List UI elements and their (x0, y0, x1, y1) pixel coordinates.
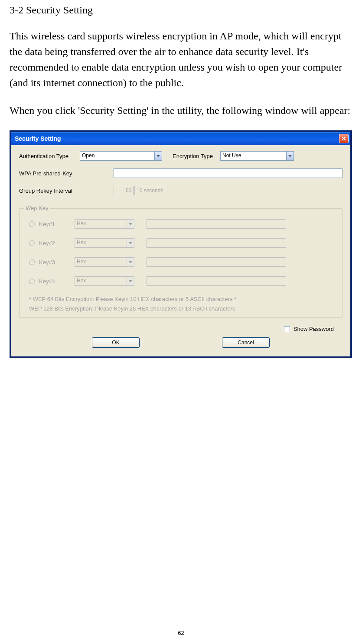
wpa-psk-row: WPA Pre-shared-Key (19, 168, 342, 178)
wep-key-row-3: Key#3 Hex (29, 257, 333, 267)
close-icon: ✕ (341, 135, 346, 142)
group-rekey-num-input (114, 186, 134, 195)
wep-key3-format-combo: Hex (75, 257, 134, 267)
wep-key4-label: Key#4 (39, 278, 75, 285)
wep-key1-format-combo: Hex (75, 219, 134, 229)
wep-key3-radio (29, 259, 35, 265)
group-rekey-label: Group Rekey Interval (19, 188, 114, 194)
wep-key4-format-combo: Hex (75, 276, 134, 286)
wep-key4-radio (29, 278, 35, 284)
wep-key2-format-value: Hex (75, 238, 127, 248)
page-number: 62 (0, 630, 362, 636)
auth-type-value: Open (80, 151, 154, 161)
wep-hint-1: * WEP 64 Bits Encryption: Please Keyin 1… (29, 295, 333, 303)
wep-key4-format-value: Hex (75, 276, 127, 286)
wep-key3-input (147, 257, 286, 267)
chevron-down-icon (288, 155, 292, 157)
enc-type-combo[interactable]: Not Use (220, 151, 294, 161)
auth-type-combo[interactable]: Open (80, 151, 162, 161)
wep-key1-format-value: Hex (75, 219, 127, 229)
intro-paragraph-2: When you click 'Security Setting' in the… (10, 103, 352, 118)
wep-group-title: Wep Key (24, 205, 50, 211)
wep-key3-format-button (127, 257, 134, 267)
wep-key2-label: Key#2 (39, 240, 75, 246)
show-password-checkbox[interactable] (284, 326, 290, 332)
wep-key1-label: Key#1 (39, 221, 75, 227)
chevron-down-icon (129, 242, 132, 244)
section-heading: 3-2 Security Setting (10, 4, 352, 16)
chevron-down-icon (129, 261, 132, 263)
wep-key4-input (147, 276, 286, 286)
security-setting-dialog: Security Setting ✕ Authentication Type O… (11, 132, 350, 356)
chevron-down-icon (129, 223, 132, 225)
wep-key2-input (147, 238, 286, 248)
show-password-label: Show Password (294, 326, 334, 332)
wep-key1-format-button (127, 219, 134, 229)
wep-key1-radio (29, 221, 35, 227)
button-row: OK Cancel (19, 337, 342, 348)
wep-key2-format-button (127, 238, 134, 248)
chevron-down-icon (157, 155, 160, 157)
dialog-frame: Security Setting ✕ Authentication Type O… (10, 130, 352, 358)
wpa-psk-label: WPA Pre-shared-Key (19, 170, 114, 177)
group-rekey-row: Group Rekey Interval (19, 186, 342, 195)
wpa-psk-input[interactable] (114, 168, 342, 178)
wep-key1-input (147, 219, 286, 229)
dialog-client-area: Authentication Type Open Encryption Type… (11, 145, 350, 356)
wep-key4-format-button (127, 276, 134, 286)
wep-key2-radio (29, 240, 35, 246)
enc-type-label: Encryption Type (173, 153, 220, 159)
window-title: Security Setting (15, 135, 339, 142)
auth-type-dropdown-button[interactable] (154, 151, 162, 161)
auth-type-label: Authentication Type (19, 153, 80, 159)
group-rekey-unit-input (134, 186, 167, 195)
cancel-button[interactable]: Cancel (222, 337, 270, 348)
enc-type-value: Not Use (220, 151, 286, 161)
show-password-row: Show Password (19, 326, 334, 332)
auth-enc-row: Authentication Type Open Encryption Type… (19, 151, 342, 161)
ok-button[interactable]: OK (92, 337, 140, 348)
close-button[interactable]: ✕ (339, 134, 349, 143)
chevron-down-icon (129, 280, 132, 282)
enc-type-dropdown-button[interactable] (286, 151, 294, 161)
wep-key-group: Wep Key Key#1 Hex Key#2 Hex (19, 208, 342, 318)
wep-key3-format-value: Hex (75, 257, 127, 267)
wep-key3-label: Key#3 (39, 259, 75, 265)
intro-paragraph-1: This wireless card supports wireless enc… (10, 28, 352, 91)
titlebar[interactable]: Security Setting ✕ (11, 132, 350, 145)
wep-key-row-1: Key#1 Hex (29, 219, 333, 229)
wep-key2-format-combo: Hex (75, 238, 134, 248)
wep-key-row-2: Key#2 Hex (29, 238, 333, 248)
wep-key-row-4: Key#4 Hex (29, 276, 333, 286)
wep-hint-2: WEP 128 Bits Encryption: Please Keyin 26… (29, 305, 333, 313)
